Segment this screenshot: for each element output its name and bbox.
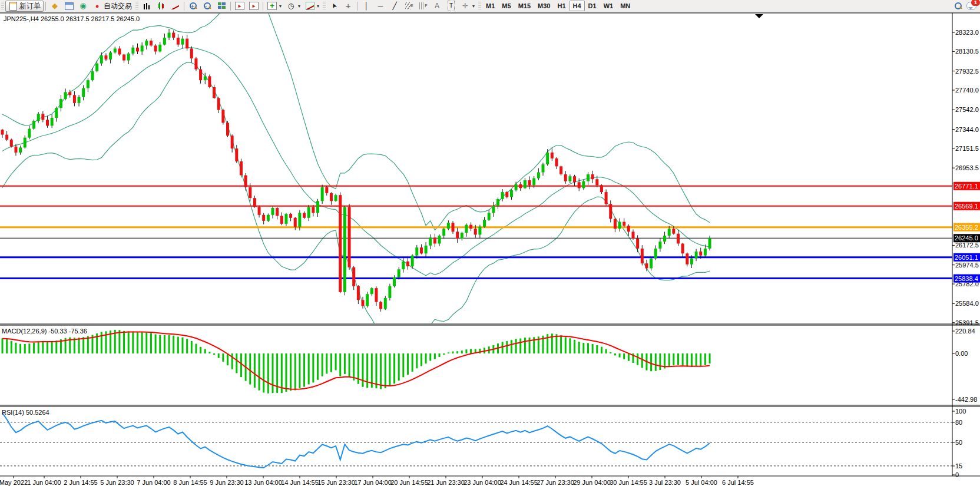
date-label: 8 Jun 14:55 — [173, 479, 207, 486]
macd-tick: 0.00 — [955, 350, 968, 357]
date-label: 5 Jul 04:00 — [686, 479, 717, 486]
trendline-icon: ╱ — [390, 1, 399, 11]
text-icon: A — [432, 1, 442, 11]
fibo-grid-button[interactable]: F — [416, 1, 430, 11]
periods-button[interactable]: ◷ ▾ — [284, 1, 303, 11]
indicators-button[interactable]: + ▾ — [265, 1, 284, 11]
periods-dropdown-icon[interactable]: ▾ — [298, 4, 300, 9]
price-tick: 27740.0 — [955, 87, 979, 94]
zoom-in-button[interactable]: + — [186, 1, 200, 11]
date-label: 15 Jun 23:30 — [317, 479, 355, 486]
gold-icon: ◆ — [50, 1, 59, 11]
vertical-line-button[interactable]: │ — [359, 1, 373, 11]
chat-badge: 1 — [971, 0, 980, 6]
trendline-button[interactable]: ╱ — [388, 1, 402, 11]
horizontal-line-button[interactable]: ─ — [373, 1, 388, 11]
terminal-button[interactable] — [62, 1, 76, 11]
new-order-label: 新订单 — [19, 1, 41, 11]
chart-canvas[interactable]: 28323.028130.527932.527740.027542.027344… — [0, 12, 980, 486]
date-label: 9 Jun 23:30 — [210, 479, 244, 486]
arrows-button[interactable]: ✛ ▾ — [458, 1, 477, 11]
tile-windows-icon — [217, 1, 226, 11]
timeframe-h1[interactable]: H1 — [554, 1, 569, 11]
price-badge-value: 26569.1 — [955, 203, 978, 210]
templates-button[interactable]: ▾ — [303, 1, 322, 11]
search-icon[interactable] — [953, 1, 963, 11]
timeframe-m15[interactable]: M15 — [515, 1, 534, 11]
date-label: 7 Jun 04:00 — [137, 479, 171, 486]
timeframe-m1[interactable]: M1 — [482, 1, 498, 11]
date-axis: May 20221 Jun 04:002 Jun 14:555 Jun 23:3… — [0, 476, 754, 486]
date-label: 21 Jun 23:30 — [427, 479, 465, 486]
auto-scroll-button[interactable]: ▸ — [233, 1, 247, 11]
auto-trading-button[interactable]: ● 自动交易 — [90, 1, 134, 11]
chart-shift-button[interactable]: ▸ — [247, 1, 261, 11]
date-label: 23 Jun 04:00 — [463, 479, 501, 486]
rsi-tick: 15 — [955, 462, 962, 470]
chat-icon[interactable]: 1 — [966, 2, 976, 10]
date-label: 29 Jun 04:00 — [573, 479, 611, 486]
price-axis: 28323.028130.527932.527740.027542.027344… — [952, 29, 980, 478]
new-order-icon — [8, 1, 18, 11]
main-toolbar: 新订单 ◆ ◉ ● 自动交易 + - ▸ ▸ + ▾ ◷ ▾ ▾ ➤ + │ ─… — [0, 0, 980, 12]
terminal-window-icon — [64, 1, 74, 11]
chart-shift-icon: ▸ — [249, 1, 259, 11]
fibonacci-button[interactable]: E — [402, 1, 416, 11]
crosshair-button[interactable]: + — [341, 1, 355, 11]
arrows-dropdown-icon[interactable]: ▾ — [472, 4, 475, 9]
price-tick: 27151.5 — [955, 145, 979, 152]
tile-windows-button[interactable] — [214, 1, 229, 11]
line-chart-button[interactable] — [168, 1, 182, 11]
chart-title: JPN225-,H4 26255.0 26317.5 26217.5 26245… — [4, 15, 140, 22]
date-label: 6 Jul 14:55 — [722, 479, 754, 486]
text-tool-button[interactable]: A — [430, 1, 444, 11]
macd-panel — [2, 330, 711, 394]
text-label-button[interactable]: T — [444, 1, 458, 11]
rsi-panel — [0, 413, 952, 468]
macd-signal-line — [2, 332, 710, 389]
macd-tick: 220.84 — [955, 328, 975, 335]
auto-trading-status-icon: ● — [92, 1, 102, 11]
bar-chart-icon — [142, 1, 151, 11]
market-watch-button[interactable]: ◆ — [48, 1, 62, 11]
date-label: 14 Jun 14:55 — [281, 479, 319, 486]
timeframe-m30[interactable]: M30 — [534, 1, 554, 11]
auto-trading-label: 自动交易 — [104, 1, 132, 11]
candlestick-icon — [156, 1, 165, 11]
date-label: 2 Jun 14:55 — [64, 479, 98, 486]
templates-dropdown-icon[interactable]: ▾ — [317, 4, 319, 9]
chart-window[interactable]: 28323.028130.527932.527740.027542.027344… — [0, 12, 980, 486]
signals-button[interactable]: ◉ — [76, 1, 90, 11]
price-tick: 25584.0 — [955, 300, 979, 307]
timeframe-m5[interactable]: M5 — [498, 1, 514, 11]
date-label: 27 Jun 23:30 — [537, 479, 574, 486]
bollinger-bands — [2, 12, 710, 348]
rsi-tick: 50 — [955, 439, 962, 446]
date-label: 13 Jun 04:00 — [244, 479, 282, 486]
bar-chart-button[interactable] — [140, 1, 154, 11]
price-badge-value: 25838.4 — [955, 275, 978, 282]
timeframe-w1[interactable]: W1 — [600, 1, 617, 11]
price-tick: 25974.5 — [955, 262, 979, 269]
crosshair-icon: + — [343, 1, 353, 11]
macd-indicator-label: MACD(12,26,9) -50.33 -75.36 — [2, 328, 87, 335]
chart-shift-marker — [755, 14, 763, 18]
timeframe-h4[interactable]: H4 — [570, 1, 585, 11]
fibonacci-icon: E — [404, 1, 413, 11]
cursor-button[interactable]: ➤ — [327, 1, 341, 11]
fibo-grid-icon: F — [418, 1, 428, 11]
timeframe-d1[interactable]: D1 — [585, 1, 600, 11]
price-badge-value: 26355.2 — [955, 224, 978, 231]
indicators-dropdown-icon[interactable]: ▾ — [279, 4, 282, 9]
candlestick-chart-button[interactable] — [154, 1, 168, 11]
date-label: 3 Jul 23:30 — [649, 479, 681, 486]
timeframe-mn[interactable]: MN — [617, 1, 634, 11]
price-tick: 26953.5 — [955, 164, 979, 171]
clock-icon: ◷ — [286, 1, 296, 11]
zoom-out-button[interactable]: - — [200, 1, 214, 11]
toolbar-grip — [1, 2, 4, 10]
macd-tick: -442.98 — [955, 396, 977, 403]
line-chart-icon — [170, 1, 180, 11]
new-order-button[interactable]: 新订单 — [5, 1, 44, 12]
rsi-tick: 80 — [955, 419, 962, 426]
